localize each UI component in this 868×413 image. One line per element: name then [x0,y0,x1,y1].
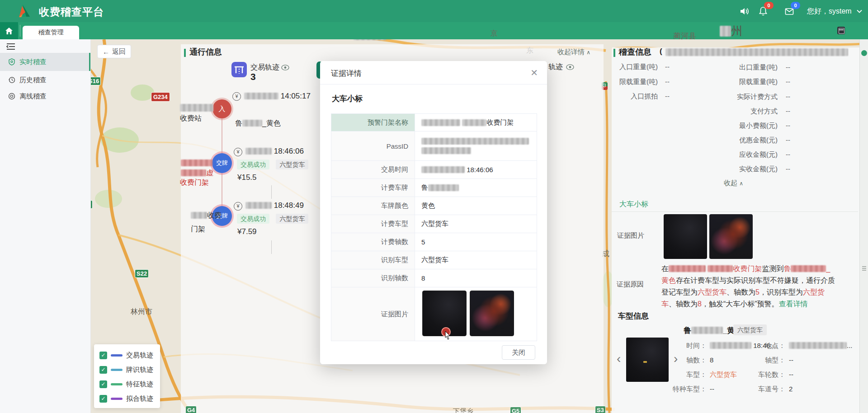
vehicle-type-tag: 六型货车 [733,324,767,335]
row-value: 收费门架 [415,114,537,131]
table-row: 计费车型 六型货车 [331,215,537,233]
vfield-label: 地点： [736,342,785,350]
checkbox-checked[interactable]: ✓ [99,366,107,374]
vfield-value: ... [789,342,853,349]
right-scroll-strip [859,39,868,413]
sidebar-item-history[interactable]: 历史稽查 [0,71,90,89]
field-value: -- [786,165,790,173]
eye-icon[interactable] [566,64,574,72]
modal-close-button[interactable]: 关闭 [502,345,535,360]
sidebar-item-label: 离线稽查 [19,92,47,101]
vfield-value: -- [789,371,793,378]
panel-toggle-icon[interactable] [837,27,845,34]
table-row: 计费轴数 5 [331,233,537,251]
legend-label: 特征轨迹 [126,380,153,389]
node-caption-blur [180,104,213,113]
eye-icon[interactable] [281,64,289,72]
close-icon[interactable]: ✕ [530,67,538,78]
entry-3-tags: 交易成功 六型货车 [237,214,308,224]
home-button[interactable] [0,22,18,39]
entry-2-time[interactable]: 18:46:06 [245,147,304,156]
home-icon [5,27,13,35]
entry-3-time[interactable]: 18:48:49 [245,201,304,210]
field-label: 支付方式 [722,107,778,116]
carousel-prev-button[interactable]: ‹ [617,352,621,366]
road-badge-g5: G5 [510,407,521,413]
checkbox-checked[interactable]: ✓ [99,380,107,388]
field-label: 出口重量(吨) [722,63,778,72]
map-label-jing: 京 [491,29,498,38]
speaker-icon[interactable] [739,6,750,17]
evidence-photo-2[interactable] [709,214,753,259]
scroll-handle-icon[interactable] [862,265,867,272]
vfield-label: 车型： [657,371,707,379]
field-label: 入口抓拍 [612,92,658,101]
view-details-link[interactable]: 查看详情 [779,300,808,308]
table-row: 识别车型 六型货车 [331,251,537,269]
evidence-tab[interactable]: 大车小标 [619,200,648,209]
legend-row: ✓ 交易轨迹 [99,351,153,360]
vfield-label: 车轮数： [736,371,785,379]
node-caption-virtual: 虚 [181,169,213,178]
vehicle-type-tag: 六型货车 [276,214,308,224]
vfield-label: 车道号： [736,385,785,394]
evidence-photo-2[interactable] [470,291,514,336]
list-connector [271,240,272,254]
field-label: 实际计费方式 [722,93,778,101]
sidebar-item-offline[interactable]: 离线稽查 [0,87,90,105]
app-window: S16 G234 涉县 S22 S22 林州市 京 东 蔺河县 州 3 成 G4… [0,0,868,413]
row-value: 六型货车 [415,215,537,233]
vfield-label: 特种车型： [657,385,707,394]
field-value: -- [665,63,670,70]
transaction-track-icon [231,62,247,77]
vehicle-section-title: 车型信息 [618,311,649,321]
row-value: 18:46:06 [415,161,537,178]
list-connector [271,185,272,199]
row-value [415,287,537,341]
map-label-linhe: 蔺河县 [673,31,696,41]
redacted-text [720,26,731,37]
collapse-details-link[interactable]: 收起详情 ∧ [557,48,590,56]
entry-1-plate: 鲁_黄色 [235,119,281,128]
legend-line [111,383,123,385]
field-value: -- [786,136,790,144]
back-button[interactable]: ←返回 [97,45,131,58]
evidence-photo-1[interactable] [664,214,707,259]
map-label-xiabao: 下堡乡 [453,407,473,413]
timeline-node-gantry-1[interactable]: 交牌 [212,153,232,173]
panel-accent-bar [184,49,186,57]
node-caption-gantry2-l2: 门架 [191,225,205,234]
app-title: 收费稽查平台 [39,5,104,19]
float-button-green[interactable] [861,50,867,56]
sidebar-item-realtime[interactable]: 实时稽查 [0,53,90,71]
row-label: 车牌颜色 [331,197,415,215]
table-row: 预警门架名称 收费门架 [331,114,537,131]
field-value: -- [786,150,790,158]
table-row: 交易时间 18:46:06 [331,161,537,179]
checkbox-checked[interactable]: ✓ [99,395,107,403]
row-value: 5 [415,233,537,251]
vfield-value: -- [710,385,714,393]
modal-section-title: 大车小标 [332,94,363,104]
evidence-image-label: 证据图片 [617,231,644,240]
legend-line [111,369,123,371]
entry-2-tags: 交易成功 六型货车 [237,160,308,169]
tab-inspection-management[interactable]: 稽查管理 [23,26,79,39]
vfield-label: 轴数： [657,356,707,365]
checkbox-checked[interactable]: ✓ [99,352,107,359]
timeline-node-entry[interactable]: 入 [212,99,231,118]
app-header: 收费稽查平台 0 0 您好，system [0,0,868,22]
chevron-down-icon [857,9,862,13]
sidebar-item-label: 实时稽查 [19,58,47,66]
track-card-count: 3 [250,71,256,82]
evidence-detail-modal: 证据详情 ✕ 大车小标 预警门架名称 收费门架 PassID 交易时间 18:4… [320,61,547,364]
evidence-reason-text: 在 收费门架监测到鲁_黄色存在计费车型与实际识别车型不符嫌疑，通行介质登记车型为… [661,263,837,310]
field-label: 限载重量(吨) [612,78,658,86]
collapse-link[interactable]: 收起 ∧ [724,179,743,188]
road-badge-s22-b: S22 [135,269,149,278]
status-tag: 交易成功 [237,160,269,169]
node-caption-station: 收费站 [180,114,202,123]
collapse-sidebar-icon[interactable] [6,43,15,52]
user-menu[interactable]: 您好，system [807,7,862,16]
entry-1-time[interactable]: 14:05:17 [244,92,311,101]
